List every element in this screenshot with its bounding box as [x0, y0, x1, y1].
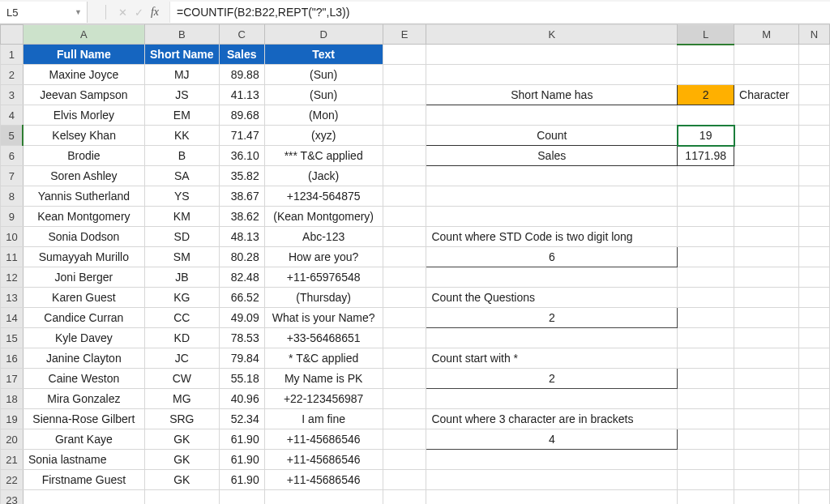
- cell[interactable]: Karen Guest: [23, 288, 144, 308]
- row-header[interactable]: 7: [1, 166, 24, 186]
- cell[interactable]: [383, 490, 426, 505]
- cell[interactable]: 49.09: [219, 308, 264, 328]
- cell[interactable]: [678, 45, 734, 65]
- cell[interactable]: [678, 348, 734, 369]
- row-header[interactable]: 12: [1, 267, 24, 288]
- cell[interactable]: [734, 328, 799, 348]
- cell[interactable]: [799, 328, 830, 348]
- cell[interactable]: Caine Weston: [23, 369, 144, 389]
- cell[interactable]: [799, 429, 830, 450]
- cell[interactable]: [799, 247, 830, 267]
- cell[interactable]: [678, 450, 734, 470]
- cell[interactable]: (Kean Montgomery): [264, 207, 383, 227]
- fx-icon[interactable]: fx: [147, 6, 163, 19]
- row-header[interactable]: 16: [1, 348, 24, 369]
- cell[interactable]: [678, 65, 734, 85]
- cell[interactable]: 55.18: [219, 369, 264, 389]
- cell[interactable]: [383, 308, 426, 328]
- std-label[interactable]: Count where STD Code is two digit long: [426, 227, 678, 247]
- cell[interactable]: 80.28: [219, 247, 264, 267]
- name-box[interactable]: L5 ▼: [0, 2, 88, 23]
- check-icon[interactable]: ✓: [130, 6, 147, 19]
- cell[interactable]: [678, 207, 734, 227]
- cell[interactable]: 36.10: [219, 146, 264, 166]
- cell[interactable]: +11-45686546: [264, 450, 383, 470]
- header-text[interactable]: Text: [264, 45, 383, 65]
- questions-value[interactable]: 2: [426, 308, 678, 328]
- cell[interactable]: [426, 45, 678, 65]
- cell[interactable]: [799, 409, 830, 429]
- cell[interactable]: How are you?: [264, 247, 383, 267]
- col-header-E[interactable]: E: [383, 25, 426, 45]
- col-header-B[interactable]: B: [144, 25, 219, 45]
- cell[interactable]: [799, 369, 830, 389]
- cell[interactable]: [799, 227, 830, 247]
- cell[interactable]: KM: [144, 207, 219, 227]
- col-header-L[interactable]: L: [678, 25, 734, 45]
- cell[interactable]: Yannis Sutherland: [23, 186, 144, 207]
- cell[interactable]: [734, 105, 799, 126]
- cell[interactable]: CW: [144, 369, 219, 389]
- character-label[interactable]: Character: [734, 85, 799, 105]
- cell[interactable]: [383, 389, 426, 409]
- star-value[interactable]: 2: [426, 369, 678, 389]
- cell[interactable]: Brodie: [23, 146, 144, 166]
- cell[interactable]: [426, 470, 678, 490]
- cell[interactable]: [734, 409, 799, 429]
- cell[interactable]: [219, 490, 264, 505]
- cell[interactable]: [426, 450, 678, 470]
- cell[interactable]: [734, 247, 799, 267]
- shortname-has-label[interactable]: Short Name has: [426, 85, 678, 105]
- cell[interactable]: (Jack): [264, 166, 383, 186]
- cell[interactable]: * T&C applied: [264, 348, 383, 369]
- cell[interactable]: [383, 450, 426, 470]
- cancel-icon[interactable]: ✕: [114, 6, 130, 19]
- select-all-cell[interactable]: [1, 25, 24, 45]
- cell[interactable]: [144, 490, 219, 505]
- cell[interactable]: [383, 126, 426, 146]
- cell[interactable]: [734, 126, 799, 146]
- cell[interactable]: [734, 369, 799, 389]
- cell[interactable]: 61.90: [219, 429, 264, 450]
- cell[interactable]: 38.67: [219, 186, 264, 207]
- cell[interactable]: [383, 146, 426, 166]
- cell[interactable]: (Sun): [264, 65, 383, 85]
- cell[interactable]: [383, 105, 426, 126]
- cell[interactable]: [426, 490, 678, 505]
- cell[interactable]: KK: [144, 126, 219, 146]
- cell[interactable]: JS: [144, 85, 219, 105]
- cell[interactable]: SRG: [144, 409, 219, 429]
- cell[interactable]: [383, 85, 426, 105]
- cell[interactable]: Firstname Guest: [23, 470, 144, 490]
- cell[interactable]: GK: [144, 429, 219, 450]
- cell[interactable]: [734, 450, 799, 470]
- cell[interactable]: 61.90: [219, 470, 264, 490]
- star-label[interactable]: Count start with *: [426, 348, 678, 369]
- row-header[interactable]: 13: [1, 288, 24, 308]
- row-header[interactable]: 11: [1, 247, 24, 267]
- cell[interactable]: 82.48: [219, 267, 264, 288]
- cell[interactable]: [678, 409, 734, 429]
- col-header-D[interactable]: D: [264, 25, 383, 45]
- cell[interactable]: [678, 369, 734, 389]
- cell[interactable]: [383, 227, 426, 247]
- cell[interactable]: [383, 409, 426, 429]
- cell[interactable]: SM: [144, 247, 219, 267]
- formula-input[interactable]: =COUNTIF(B2:B22,REPT("?",L3)): [169, 2, 830, 23]
- cell[interactable]: [383, 328, 426, 348]
- cell[interactable]: *** T&C applied: [264, 146, 383, 166]
- cell[interactable]: CC: [144, 308, 219, 328]
- cell[interactable]: [383, 348, 426, 369]
- cell[interactable]: [383, 470, 426, 490]
- cell[interactable]: [799, 348, 830, 369]
- cell[interactable]: (Mon): [264, 105, 383, 126]
- std-value[interactable]: 6: [426, 247, 678, 267]
- cell[interactable]: +11-45686546: [264, 429, 383, 450]
- cell[interactable]: Maxine Joyce: [23, 65, 144, 85]
- shortname-has-value[interactable]: 2: [678, 85, 734, 105]
- questions-label[interactable]: Count the Questions: [426, 288, 678, 308]
- cell[interactable]: Elvis Morley: [23, 105, 144, 126]
- cell[interactable]: [678, 308, 734, 328]
- cell[interactable]: [734, 389, 799, 409]
- cell[interactable]: Kyle Davey: [23, 328, 144, 348]
